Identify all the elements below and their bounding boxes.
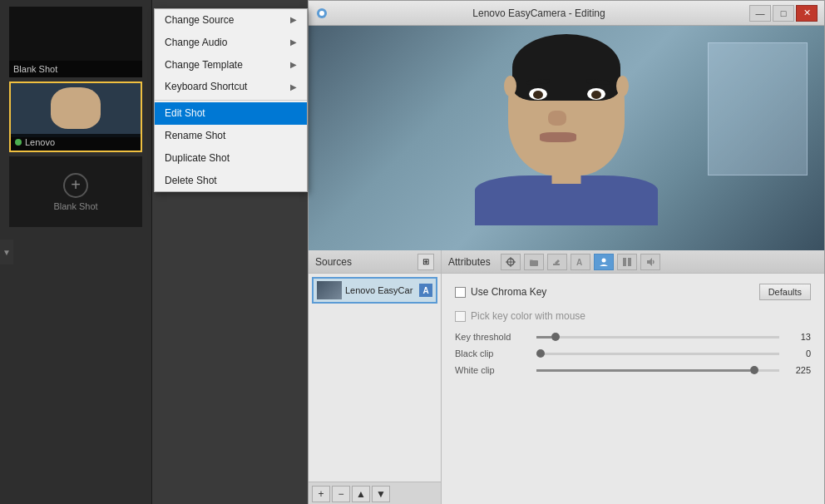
sources-up-button[interactable]: ▲ [352,486,370,502]
chroma-key-checkbox[interactable] [455,287,466,298]
sources-list: Lenovo EasyCar A [309,274,441,482]
change-source-arrow: ▶ [290,14,297,26]
scroll-arrow-down[interactable]: ▼ [0,240,13,264]
context-menu-edit-shot[interactable]: Edit Shot [155,102,307,125]
window-controls: — □ ✕ [749,5,818,22]
bg-window-element [708,42,808,175]
shot-item-2[interactable]: Lenovo [9,82,142,152]
change-audio-label: Change Audio [165,36,227,50]
restore-button[interactable]: □ [773,5,794,22]
video-bg [309,26,824,250]
rename-shot-label: Rename Shot [165,129,225,143]
svg-rect-5 [530,260,538,266]
video-preview [309,26,824,250]
attr-tab-audio[interactable] [640,254,660,270]
context-menu-duplicate-shot[interactable]: Duplicate Shot [155,147,307,170]
shot-label-1: Blank Shot [9,61,142,77]
source-name: Lenovo EasyCar [345,285,419,295]
context-menu-separator [155,100,307,101]
app-icon [315,7,329,20]
context-menu-keyboard-shortcut[interactable]: Keyboard Shortcut ▶ [155,76,307,98]
sources-expand-button[interactable]: ⊞ [417,254,434,270]
chroma-key-row: Use Chroma Key Defaults [455,284,811,300]
sources-add-button[interactable]: + [312,486,330,502]
add-icon: + [63,173,88,198]
window-titlebar: Lenovo EasyCamera - Editing — □ ✕ [309,1,824,26]
key-threshold-row: Key threshold 13 [455,332,811,342]
main-window: Lenovo EasyCamera - Editing — □ ✕ [308,0,825,504]
attr-tab-folder[interactable] [524,254,544,270]
delete-shot-label: Delete Shot [165,174,217,188]
context-menu-change-template[interactable]: Change Template ▶ [155,54,307,77]
duplicate-shot-label: Duplicate Shot [165,151,230,166]
attributes-title: Attributes [448,256,491,268]
source-badge: A [419,284,432,297]
svg-rect-9 [623,258,626,266]
white-clip-value: 225 [786,365,811,375]
svg-text:A: A [576,258,582,267]
black-clip-value: 0 [786,348,811,358]
context-menu-change-audio[interactable]: Change Audio ▶ [155,32,307,54]
left-panel: Blank Shot Lenovo + Blank Shot ▼ [0,0,152,504]
change-template-label: Change Template [165,58,243,72]
pick-color-label: Pick key color with mouse [471,310,585,322]
shot-item-1[interactable]: Blank Shot [9,7,142,77]
person-face [500,42,633,209]
pick-key-row: Pick key color with mouse [455,310,811,322]
active-dot [15,139,22,146]
sources-toolbar: + − ▲ ▼ [309,482,441,504]
shot-thumb-2 [11,83,141,137]
defaults-button[interactable]: Defaults [759,284,811,300]
black-clip-label: Black clip [455,348,530,358]
key-threshold-track[interactable] [536,336,779,338]
shot-name-2: Lenovo [25,137,55,147]
window-title: Lenovo EasyCamera - Editing [329,7,749,19]
attr-tab-person[interactable] [594,254,614,270]
keyboard-shortcut-label: Keyboard Shortcut [165,80,247,94]
close-button[interactable]: ✕ [796,5,818,22]
svg-point-1 [319,11,324,16]
black-clip-track[interactable] [536,353,779,355]
sources-panel: Sources ⊞ Lenovo EasyCar A + − ▲ ▼ [309,250,442,504]
change-template-arrow: ▶ [290,59,297,71]
source-item-1[interactable]: Lenovo EasyCar A [312,277,437,304]
context-menu-delete-shot[interactable]: Delete Shot [155,170,307,192]
attr-tab-text[interactable]: A [571,254,590,270]
sources-title: Sources [315,256,352,268]
bottom-panel: Sources ⊞ Lenovo EasyCar A + − ▲ ▼ [309,250,824,504]
sources-remove-button[interactable]: − [332,486,350,502]
black-clip-row: Black clip 0 [455,348,811,358]
key-threshold-label: Key threshold [455,332,530,342]
attributes-content: Use Chroma Key Defaults Pick key color w… [442,274,824,504]
attributes-panel: Attributes A [442,250,824,504]
context-menu-change-source[interactable]: Change Source ▶ [155,9,307,32]
attr-tab-edit[interactable] [547,254,567,270]
svg-point-8 [601,258,605,262]
attr-tab-panel[interactable] [617,254,637,270]
context-menu-rename-shot[interactable]: Rename Shot [155,125,307,147]
pick-color-checkbox[interactable] [455,311,466,322]
attr-tab-network[interactable] [501,254,521,270]
add-shot-button[interactable]: + Blank Shot [9,156,142,227]
shot-thumb-1 [9,7,142,61]
change-source-label: Change Source [165,13,234,27]
svg-rect-10 [628,258,631,266]
context-menu: Change Source ▶ Change Audio ▶ Change Te… [154,8,308,192]
white-clip-row: White clip 225 [455,365,811,375]
chroma-key-label: Use Chroma Key [471,286,546,298]
white-clip-label: White clip [455,365,530,375]
sources-header: Sources ⊞ [309,250,441,274]
keyboard-shortcut-arrow: ▶ [290,82,297,93]
attributes-header: Attributes A [442,250,824,274]
shot-name-1: Blank Shot [13,64,57,74]
blank-shot-label: Blank Shot [53,201,97,211]
white-clip-track[interactable] [536,369,779,372]
edit-shot-label: Edit Shot [165,106,205,121]
key-threshold-value: 13 [786,332,811,342]
change-audio-arrow: ▶ [290,37,297,48]
source-thumb [317,281,342,299]
minimize-button[interactable]: — [749,5,771,22]
sources-down-button[interactable]: ▼ [372,486,390,502]
shot-label-2: Lenovo [11,134,141,151]
